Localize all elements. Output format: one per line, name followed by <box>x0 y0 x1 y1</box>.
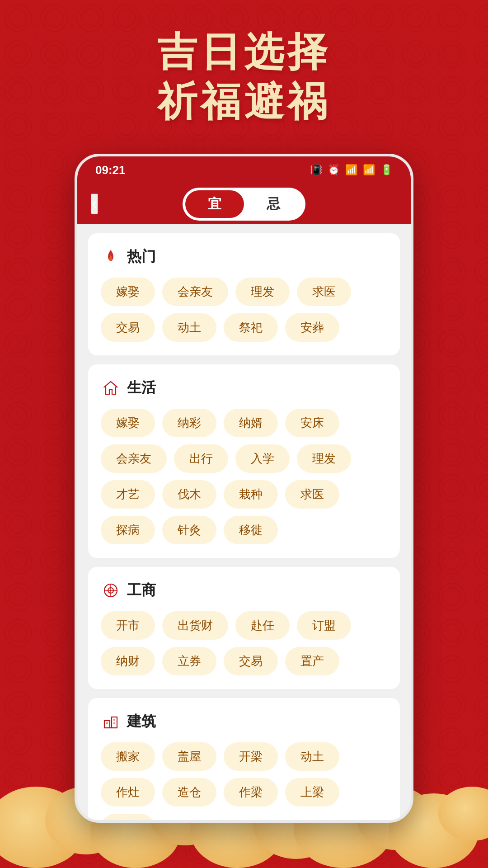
tag-con-4[interactable]: 作灶 <box>101 778 155 807</box>
svg-rect-7 <box>106 722 108 724</box>
tag-hot-7[interactable]: 安葬 <box>285 313 339 342</box>
tag-hot-2[interactable]: 理发 <box>235 278 290 306</box>
tag-con-8[interactable]: 掘井 <box>101 814 155 823</box>
tag-biz-4[interactable]: 纳财 <box>101 647 155 675</box>
tag-con-0[interactable]: 搬家 <box>101 742 155 771</box>
tag-life-10[interactable]: 栽种 <box>224 480 278 509</box>
status-time: 09:21 <box>95 163 126 177</box>
back-button[interactable]: ‹ <box>91 193 98 214</box>
section-business-header: 工商 <box>101 580 387 600</box>
tag-life-6[interactable]: 入学 <box>235 444 290 473</box>
tag-hot-1[interactable]: 会亲友 <box>162 278 228 306</box>
tag-life-14[interactable]: 移徙 <box>224 516 278 544</box>
hero-line1: 吉日选择 <box>0 27 488 77</box>
tag-life-9[interactable]: 伐木 <box>162 480 216 509</box>
section-construction: 建筑 搬家 盖屋 开梁 动土 作灶 造仓 作梁 上梁 掘井 <box>88 698 400 823</box>
section-business-title: 工商 <box>127 580 156 600</box>
tab-yi[interactable]: 宜 <box>185 190 244 218</box>
tag-biz-1[interactable]: 出货财 <box>162 611 228 640</box>
tag-con-1[interactable]: 盖屋 <box>162 742 216 771</box>
section-hot-header: 热门 <box>101 247 387 267</box>
tab-ji[interactable]: 忌 <box>244 190 303 218</box>
tag-life-11[interactable]: 求医 <box>285 480 339 509</box>
signal-icon: 📶 <box>363 164 375 176</box>
tag-con-3[interactable]: 动土 <box>285 742 339 771</box>
flame-icon <box>101 247 121 267</box>
svg-rect-9 <box>113 722 115 724</box>
section-life-tags: 嫁娶 纳彩 纳婿 安床 会亲友 出行 入学 理发 才艺 伐木 栽种 求医 探病 … <box>101 409 387 544</box>
tag-biz-7[interactable]: 置产 <box>285 647 339 675</box>
phone-frame: 09:21 📳 ⏰ 📶 📶 🔋 ‹ 宜 忌 <box>75 154 413 823</box>
battery-icon: 🔋 <box>380 164 393 176</box>
tag-life-12[interactable]: 探病 <box>101 516 155 544</box>
tag-life-1[interactable]: 纳彩 <box>162 409 216 437</box>
tab-switcher: 宜 忌 <box>183 188 305 221</box>
tag-biz-3[interactable]: 订盟 <box>297 611 351 640</box>
section-construction-tags: 搬家 盖屋 开梁 动土 作灶 造仓 作梁 上梁 掘井 <box>101 742 387 823</box>
section-business-tags: 开市 出货财 赴任 订盟 纳财 立券 交易 置产 <box>101 611 387 675</box>
tag-life-8[interactable]: 才艺 <box>101 480 155 509</box>
section-construction-title: 建筑 <box>127 712 156 731</box>
tag-con-7[interactable]: 上梁 <box>285 778 339 807</box>
tag-life-2[interactable]: 纳婿 <box>224 409 278 437</box>
hero-line2: 祈福避祸 <box>0 77 488 127</box>
status-bar: 09:21 📳 ⏰ 📶 📶 🔋 <box>77 156 411 184</box>
vibrate-icon: 📳 <box>310 164 322 176</box>
content-area[interactable]: 热门 嫁娶 会亲友 理发 求医 交易 动土 祭祀 安葬 生活 <box>77 224 411 823</box>
hero-section: 吉日选择 祈福避祸 <box>0 27 488 127</box>
building-icon <box>101 712 121 731</box>
svg-rect-8 <box>113 719 115 721</box>
tag-biz-5[interactable]: 立券 <box>162 647 216 675</box>
tag-life-13[interactable]: 针灸 <box>162 516 216 544</box>
section-hot-tags: 嫁娶 会亲友 理发 求医 交易 动土 祭祀 安葬 <box>101 278 387 342</box>
tag-life-0[interactable]: 嫁娶 <box>101 409 155 437</box>
alarm-icon: ⏰ <box>328 164 340 176</box>
tag-life-5[interactable]: 出行 <box>174 444 228 473</box>
house-icon <box>101 378 121 398</box>
tag-con-6[interactable]: 作梁 <box>224 778 278 807</box>
section-life: 生活 嫁娶 纳彩 纳婿 安床 会亲友 出行 入学 理发 才艺 伐木 栽种 求医 … <box>88 364 400 558</box>
tag-hot-3[interactable]: 求医 <box>297 278 351 306</box>
diamond-icon <box>101 580 121 600</box>
app-header: ‹ 宜 忌 <box>77 184 411 224</box>
section-life-header: 生活 <box>101 378 387 398</box>
tag-con-2[interactable]: 开梁 <box>224 742 278 771</box>
tag-life-3[interactable]: 安床 <box>285 409 339 437</box>
tag-biz-6[interactable]: 交易 <box>224 647 278 675</box>
tag-biz-0[interactable]: 开市 <box>101 611 155 640</box>
status-icons: 📳 ⏰ 📶 📶 🔋 <box>310 164 393 176</box>
section-life-title: 生活 <box>127 378 156 398</box>
section-business: 工商 开市 出货财 赴任 订盟 纳财 立券 交易 置产 <box>88 567 400 689</box>
tag-hot-0[interactable]: 嫁娶 <box>101 278 155 306</box>
section-construction-header: 建筑 <box>101 712 387 731</box>
tag-biz-2[interactable]: 赴任 <box>235 611 290 640</box>
tag-hot-6[interactable]: 祭祀 <box>224 313 278 342</box>
section-hot: 热门 嫁娶 会亲友 理发 求医 交易 动土 祭祀 安葬 <box>88 233 400 355</box>
tag-hot-4[interactable]: 交易 <box>101 313 155 342</box>
wifi-icon: 📶 <box>345 164 357 176</box>
tag-life-4[interactable]: 会亲友 <box>101 444 167 473</box>
tag-hot-5[interactable]: 动土 <box>162 313 216 342</box>
tag-con-5[interactable]: 造仓 <box>162 778 216 807</box>
section-hot-title: 热门 <box>127 247 156 267</box>
tag-life-7[interactable]: 理发 <box>297 444 351 473</box>
